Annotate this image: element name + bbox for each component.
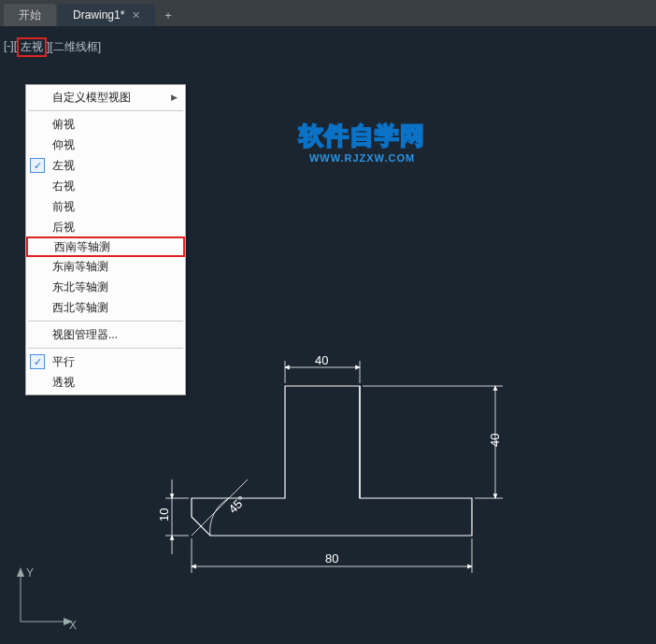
tab-bar: 开始 Drawing1* ✕ ＋: [0, 0, 656, 26]
tab-start-label: 开始: [19, 7, 41, 23]
menu-right-view[interactable]: 右视: [26, 176, 185, 196]
dim-bottom: 80: [325, 551, 338, 565]
menu-front-view[interactable]: 前视: [26, 196, 185, 217]
vp-view-highlight: 左视: [17, 37, 47, 57]
dim-top: 40: [315, 353, 328, 367]
check-icon: ✓: [30, 158, 45, 173]
menu-separator: [28, 348, 183, 349]
tab-drawing-label: Drawing1*: [73, 8, 124, 21]
watermark: 软件自学网 WWW.RJZXW.COM: [299, 120, 425, 164]
menu-top-view[interactable]: 俯视: [26, 114, 185, 135]
check-icon: ✓: [30, 354, 45, 369]
menu-custom-model-view[interactable]: 自定义模型视图: [26, 87, 185, 107]
ucs-x-label: X: [69, 619, 77, 629]
menu-separator: [28, 321, 183, 322]
dim-left: 10: [159, 508, 171, 522]
view-context-menu: 自定义模型视图 俯视 仰视 ✓ 左视 右视 前视 后视 西南等轴测 东南等轴测 …: [25, 84, 186, 395]
vp-view: 左视: [21, 40, 43, 53]
watermark-url: WWW.RJZXW.COM: [299, 152, 425, 164]
menu-back-view[interactable]: 后视: [26, 217, 185, 237]
technical-drawing: 45° 40 40 10 80: [159, 353, 551, 615]
menu-bottom-view[interactable]: 仰视: [26, 135, 185, 155]
drawing-canvas[interactable]: [-][ 左视 ][二维线框] 自定义模型视图 俯视 仰视 ✓ 左视 右视 前视…: [0, 26, 656, 644]
ucs-y-label: Y: [26, 566, 34, 580]
menu-se-isometric[interactable]: 东南等轴测: [26, 256, 185, 277]
menu-view-manager[interactable]: 视图管理器...: [26, 324, 185, 345]
menu-ne-isometric[interactable]: 东北等轴测: [26, 277, 185, 297]
vp-suffix: ][二维线框]: [47, 39, 101, 59]
tab-drawing[interactable]: Drawing1* ✕: [58, 4, 155, 26]
svg-marker-18: [17, 567, 24, 577]
vp-prefix: [-][: [4, 39, 17, 59]
menu-left-view[interactable]: ✓ 左视: [26, 155, 185, 176]
menu-sw-isometric[interactable]: 西南等轴测: [26, 236, 185, 257]
viewport-label[interactable]: [-][ 左视 ][二维线框]: [4, 39, 101, 59]
ucs-icon: Y X: [13, 564, 78, 629]
dim-right: 40: [488, 434, 502, 447]
menu-separator: [28, 110, 183, 111]
tab-start[interactable]: 开始: [4, 4, 56, 26]
watermark-title: 软件自学网: [299, 120, 425, 152]
menu-nw-isometric[interactable]: 西北等轴测: [26, 297, 185, 318]
dim-angle: 45°: [226, 494, 250, 517]
close-icon[interactable]: ✕: [132, 9, 140, 21]
new-tab-button[interactable]: ＋: [157, 4, 179, 26]
